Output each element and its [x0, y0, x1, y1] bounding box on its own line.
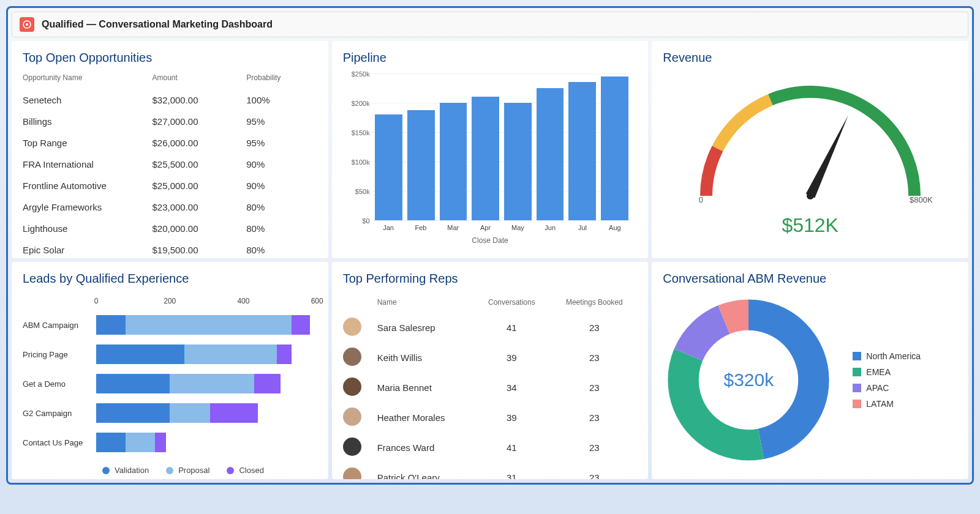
cell-name: Top Range	[23, 138, 152, 148]
legend-item: North America	[853, 351, 921, 361]
table-row[interactable]: Epic Solar$19,500.0080%	[23, 239, 317, 258]
category-label: G2 Campaign	[23, 398, 96, 428]
col-probability: Probability	[246, 73, 317, 82]
col-name: Name	[377, 298, 472, 307]
table-row[interactable]: Patrick O'Leary3123	[343, 463, 638, 479]
avatar	[343, 408, 361, 426]
avatar	[343, 348, 361, 366]
gauge-min-label: 0	[699, 195, 703, 204]
card-title: Top Performing Reps	[343, 272, 638, 286]
card-leads: Leads by Qualified Experience ABM Campai…	[12, 262, 328, 479]
table-row[interactable]: Billings$27,000.0095%	[23, 111, 317, 132]
table-row[interactable]: Top Range$26,000.0095%	[23, 132, 317, 154]
card-pipeline: Pipeline $0$50k$100k$150k$200k$250k JanF…	[332, 41, 649, 258]
card-title: Top Open Opportunities	[23, 51, 317, 65]
table-header: Name Conversations Meetings Booked	[343, 294, 638, 313]
cell-conversations: 39	[472, 412, 551, 423]
bar	[472, 97, 499, 220]
bar-segment	[126, 433, 155, 452]
x-tick: Mar	[437, 224, 469, 231]
x-tick: May	[502, 224, 534, 231]
cell-probability: 90%	[246, 181, 317, 191]
dashboard: Qualified — Conversational Marketing Das…	[6, 6, 974, 485]
table-row[interactable]: Senetech$32,000.00100%	[23, 89, 317, 111]
bar-segment	[170, 403, 210, 423]
table-row[interactable]: FRA International$25,500.0090%	[23, 154, 317, 175]
bar-segment	[96, 315, 126, 335]
bar-segment	[126, 315, 291, 335]
legend-proposal: Proposal	[166, 466, 209, 475]
legend-item: LATAM	[853, 399, 921, 409]
svg-point-1	[26, 23, 28, 26]
cell-name: Argyle Frameworks	[23, 202, 152, 212]
table-row[interactable]: Lighthouse$20,000.0080%	[23, 218, 317, 239]
x-tick: 400	[237, 297, 249, 305]
cell-meetings: 23	[551, 472, 637, 479]
legend-validation: Validation	[102, 466, 149, 475]
cell-probability: 80%	[246, 223, 317, 234]
cell-meetings: 23	[551, 442, 637, 453]
cell-name: FRA International	[23, 159, 152, 169]
cell-amount: $32,000.00	[152, 95, 246, 105]
col-name: Opportunity Name	[23, 73, 152, 82]
bar-row	[96, 428, 317, 457]
svg-point-3	[807, 192, 814, 199]
cell-amount: $19,500.00	[152, 245, 246, 255]
x-tick: 0	[94, 297, 99, 305]
donut-center-value: $320k	[663, 294, 834, 466]
table-row[interactable]: Frances Ward4123	[343, 433, 638, 463]
category-label: Get a Demo	[23, 369, 96, 398]
legend-label: EMEA	[866, 367, 891, 377]
bar	[407, 110, 434, 220]
cell-name: Billings	[23, 116, 152, 127]
avatar	[343, 378, 361, 396]
bar-segment	[96, 374, 170, 393]
cell-name: Lighthouse	[23, 223, 152, 234]
stacked-bar	[96, 374, 281, 393]
cell-probability: 90%	[246, 159, 317, 169]
bar-segment	[277, 345, 292, 364]
category-label: Contact Us Page	[23, 428, 96, 457]
stacked-bar	[96, 315, 310, 335]
bar-segment	[292, 315, 310, 335]
gauge-value: $512K	[782, 214, 839, 237]
y-tick: $200k	[343, 100, 370, 107]
avatar	[343, 467, 361, 479]
cell-name: Frances Ward	[377, 442, 472, 453]
legend-item: EMEA	[853, 367, 921, 377]
legend-swatch-icon	[853, 352, 861, 360]
cell-conversations: 34	[472, 382, 551, 393]
table-row[interactable]: Frontline Automotive$25,000.0090%	[23, 175, 317, 196]
bar-segment	[184, 345, 276, 364]
cell-probability: 95%	[246, 138, 317, 148]
reps-table: Name Conversations Meetings Booked Sara …	[343, 294, 638, 479]
table-row[interactable]: Argyle Frameworks$23,000.0080%	[23, 196, 317, 218]
dashboard-title: Qualified — Conversational Marketing Das…	[42, 19, 273, 30]
bar-segment	[254, 374, 280, 393]
legend-item: APAC	[853, 383, 921, 393]
y-tick: $50k	[343, 188, 370, 195]
x-tick: Feb	[404, 224, 437, 231]
table-row[interactable]: Keith Willis3923	[343, 343, 638, 373]
opportunities-table: Opportunity Name Amount Probability Sene…	[23, 73, 317, 258]
leads-chart: ABM CampaignPricing PageGet a DemoG2 Cam…	[23, 294, 317, 457]
bar-segment	[170, 374, 254, 393]
bar-segment	[210, 403, 258, 423]
bar-segment	[96, 433, 126, 452]
x-tick: Jan	[372, 224, 405, 231]
cell-amount: $25,000.00	[152, 181, 246, 191]
cell-meetings: 23	[551, 322, 637, 333]
table-row[interactable]: Maria Bennet3423	[343, 373, 638, 403]
gauge-max-label: $800K	[910, 195, 933, 204]
cell-amount: $27,000.00	[152, 116, 246, 127]
svg-marker-2	[805, 116, 848, 198]
cell-name: Patrick O'Leary	[377, 472, 472, 479]
x-tick: Aug	[598, 224, 631, 231]
x-tick: Apr	[469, 224, 502, 231]
col-amount: Amount	[152, 73, 246, 82]
table-row[interactable]: Sara Salesrep4123	[343, 313, 638, 343]
cell-probability: 95%	[246, 116, 317, 127]
bar-row	[96, 398, 317, 428]
table-row[interactable]: Heather Morales3923	[343, 403, 638, 433]
legend-label: North America	[866, 351, 921, 361]
